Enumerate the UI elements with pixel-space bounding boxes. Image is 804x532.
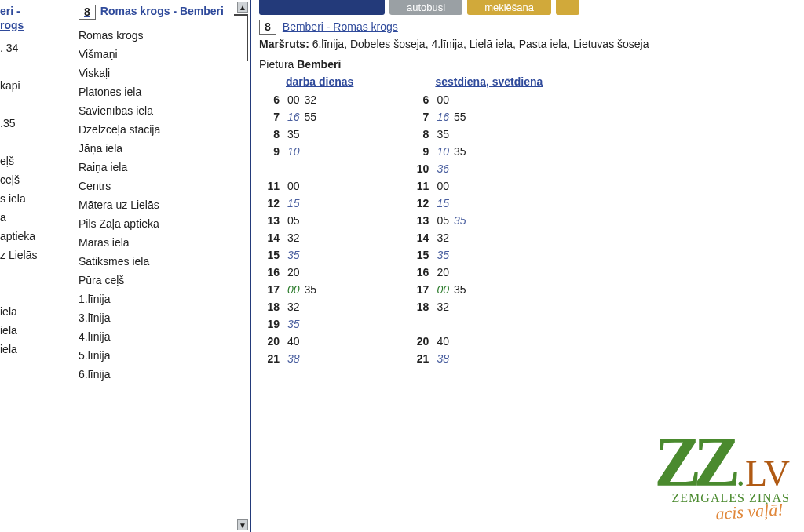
hour-cell: 10 xyxy=(408,162,429,175)
stop-item[interactable]: iela xyxy=(0,321,71,340)
minute-value: 35 xyxy=(454,214,466,227)
stop-item[interactable]: .35 xyxy=(0,114,71,133)
stop-item[interactable]: 1.līnija xyxy=(79,290,243,308)
hour-cell: 9 xyxy=(259,145,280,158)
minute-value: 32 xyxy=(287,301,300,313)
hour-cell: 13 xyxy=(408,214,429,227)
hour-cell: 16 xyxy=(408,266,429,279)
schedule-row: 71655 xyxy=(259,108,353,126)
route-a-frag2: rogs xyxy=(0,19,24,33)
schedule-row: 91035 xyxy=(408,143,543,160)
minute-value: 05 xyxy=(287,214,300,227)
stop-item[interactable]: iela xyxy=(0,340,71,359)
stop-item[interactable]: z Lielās xyxy=(0,246,71,264)
bracket-decor xyxy=(234,14,248,61)
schedule-row xyxy=(408,315,543,333)
route-a-title[interactable]: eri - xyxy=(0,5,71,19)
schedule-row: 600 xyxy=(408,91,543,108)
stop-item[interactable]: Jāņa iela xyxy=(79,139,243,158)
stop-item[interactable]: aptieka xyxy=(0,227,71,246)
hour-cell: 6 xyxy=(408,93,429,106)
minutes-cell: 35 xyxy=(287,128,305,140)
tab-extra[interactable] xyxy=(556,0,579,15)
route-b-title[interactable]: 8 Romas krogs - Bemberi xyxy=(79,5,243,20)
hour-cell: 17 xyxy=(259,283,280,296)
stop-item[interactable] xyxy=(0,133,71,151)
minutes-cell: 05 xyxy=(287,214,305,227)
stops-a-list: . 34 kapi .35 eļšceļšs ielaaaptiekaz Lie… xyxy=(0,38,71,359)
schedule-row: 170035 xyxy=(259,281,353,298)
stop-item[interactable]: Raiņa iela xyxy=(79,158,243,177)
minute-value: 40 xyxy=(287,335,300,348)
stop-item[interactable]: 6.līnija xyxy=(79,365,243,384)
minutes-cell: 20 xyxy=(287,266,305,279)
stop-item[interactable]: Pūra ceļš xyxy=(79,271,243,290)
scroll-down-icon[interactable]: ▼ xyxy=(237,519,248,530)
stop-item[interactable]: 3.līnija xyxy=(79,308,243,327)
minutes-cell: 15 xyxy=(437,197,454,210)
tab-meklesana[interactable]: meklēšana xyxy=(467,0,551,15)
minute-value: 40 xyxy=(437,335,449,348)
weekday-column: darba dienas 6003271655835910 1100121513… xyxy=(259,75,353,367)
minutes-cell: 35 xyxy=(437,128,454,140)
stop-item[interactable]: Satiksmes iela xyxy=(79,252,243,271)
stop-item[interactable]: Višmaņi xyxy=(79,45,243,64)
stop-item[interactable]: Viskaļi xyxy=(79,64,243,82)
hour-cell: 14 xyxy=(408,231,429,244)
minute-value: 16 xyxy=(287,111,300,123)
schedule-row: 60032 xyxy=(259,91,353,108)
minute-value: 16 xyxy=(437,111,449,123)
schedule-row: 1832 xyxy=(408,298,543,315)
stop-item[interactable]: Mātera uz Lielās xyxy=(79,195,243,214)
hour-cell: 12 xyxy=(259,197,280,210)
stop-item[interactable]: ceļš xyxy=(0,170,71,189)
tab-autobusi[interactable]: autobusi xyxy=(389,0,462,15)
stop-item[interactable] xyxy=(0,283,71,302)
tab-active[interactable] xyxy=(259,0,385,15)
minute-value: 35 xyxy=(305,283,317,296)
hour-cell: 12 xyxy=(408,197,429,210)
minute-value: 35 xyxy=(437,249,449,261)
stop-item[interactable]: . 34 xyxy=(0,38,71,57)
weekend-header[interactable]: sestdiena, svētdiena xyxy=(435,75,543,88)
stop-item[interactable]: Māras iela xyxy=(79,233,243,252)
stop-item[interactable]: Romas krogs xyxy=(79,26,243,45)
stop-item[interactable]: 4.līnija xyxy=(79,327,243,346)
stop-item[interactable]: 5.līnija xyxy=(79,346,243,365)
route-a-title2[interactable]: rogs xyxy=(0,19,71,33)
stop-item[interactable]: a xyxy=(0,208,71,227)
stop-item[interactable]: s iela xyxy=(0,189,71,208)
stop-item[interactable] xyxy=(0,57,71,76)
stop-item[interactable]: Pils Zaļā aptieka xyxy=(79,214,243,233)
minute-value: 00 xyxy=(437,93,449,106)
hour-cell: 20 xyxy=(259,335,280,348)
hour-cell: 21 xyxy=(259,352,280,365)
stop-item[interactable]: Centrs xyxy=(79,177,243,195)
scroll-up-icon[interactable]: ▲ xyxy=(237,2,248,13)
minute-value: 35 xyxy=(287,249,300,261)
minute-value: 55 xyxy=(305,111,317,123)
hour-cell: 13 xyxy=(259,214,280,227)
hour-cell: 8 xyxy=(259,128,280,140)
stop-item[interactable]: iela xyxy=(0,302,71,321)
schedule-row: 2040 xyxy=(408,333,543,350)
stop-item[interactable]: eļš xyxy=(0,151,71,170)
stop-item[interactable]: kapi xyxy=(0,76,71,95)
stop-item[interactable]: Savienības iela xyxy=(79,101,243,120)
stop-item[interactable]: Platones iela xyxy=(79,82,243,101)
hour-cell: 16 xyxy=(259,266,280,279)
route-title-link[interactable]: Bemberi - Romas krogs xyxy=(283,20,398,33)
stop-item[interactable] xyxy=(0,264,71,283)
stop-item[interactable] xyxy=(0,95,71,114)
hour-cell: 7 xyxy=(259,111,280,123)
minute-value: 35 xyxy=(454,283,466,296)
minutes-cell: 40 xyxy=(437,335,454,348)
logo-lv: .LV xyxy=(736,453,790,494)
schedule-row: 1036 xyxy=(408,160,543,177)
weekday-header[interactable]: darba dienas xyxy=(286,75,353,88)
pietura-label: Pietura xyxy=(259,58,294,71)
hour-cell: 19 xyxy=(259,318,280,330)
minute-value: 15 xyxy=(437,197,449,210)
stop-item[interactable]: Dzelzceļa stacija xyxy=(79,120,243,139)
route-a-frag1: eri - xyxy=(0,5,20,19)
